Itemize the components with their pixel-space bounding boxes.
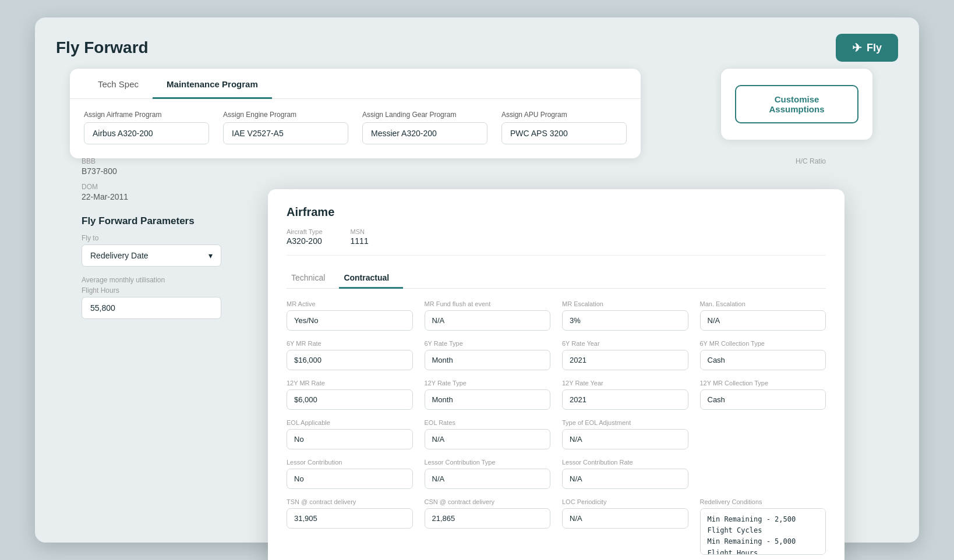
fly-to-dropdown[interactable]: Redelivery Date ▾: [82, 244, 221, 267]
engine-program-group: Assign Engine Program: [223, 111, 348, 144]
tab-technical[interactable]: Technical: [287, 267, 339, 289]
mr-active-input[interactable]: [287, 310, 413, 331]
mr-rate-12y-group: 12Y MR Rate: [287, 380, 413, 410]
mr-fund-flush-group: MR Fund flush at event: [425, 300, 551, 331]
mr-collection-6y-group: 6Y MR Collection Type: [700, 340, 826, 370]
eol-rates-input[interactable]: [425, 429, 551, 449]
customise-assumptions-button[interactable]: Customise Assumptions: [735, 85, 858, 123]
mr-fund-flush-label: MR Fund flush at event: [425, 300, 551, 307]
eol-applicable-group: EOL Applicable: [287, 419, 413, 449]
msn-meta-value: 1111: [351, 236, 369, 246]
lessor-contribution-type-label: Lessor Contribution Type: [425, 459, 551, 466]
apu-program-input[interactable]: [501, 122, 627, 144]
top-panel: Tech Spec Maintenance Program Assign Air…: [70, 69, 641, 158]
rate-type-12y-input[interactable]: [425, 389, 551, 410]
airframe-meta: Aircraft Type A320-200 MSN 1111: [287, 228, 826, 256]
lessor-contribution-type-input[interactable]: [425, 469, 551, 489]
flight-hours-value: 55,800: [90, 303, 115, 313]
lessor-empty: [700, 459, 826, 489]
redelivery-textarea[interactable]: Min Remaining - 2,500 Flight Cycles Min …: [700, 508, 826, 555]
dom-label: DOM: [82, 183, 221, 191]
flight-hours-label: Flight Hours: [82, 286, 221, 295]
msn-label: B737-800: [82, 166, 221, 176]
airframe-modal-title: Airframe: [287, 205, 826, 219]
mr-escalation-input[interactable]: [562, 310, 688, 331]
tab-tech-spec[interactable]: Tech Spec: [84, 69, 153, 99]
fly-button[interactable]: ✈ Fly: [836, 34, 898, 62]
mr-collection-12y-input[interactable]: [700, 389, 826, 410]
mr-fund-flush-input[interactable]: [425, 310, 551, 331]
rate-type-12y-group: 12Y Rate Type: [425, 380, 551, 410]
tsn-group: TSN @ contract delivery: [287, 498, 413, 555]
rate-year-6y-group: 6Y Rate Year: [562, 340, 688, 370]
apu-program-group: Assign APU Program: [501, 111, 627, 144]
utilisation-label: Average monthly utilisation: [82, 276, 221, 284]
mr-rate-12y-input[interactable]: [287, 389, 413, 410]
customise-panel: Customise Assumptions: [721, 69, 872, 140]
lessor-contribution-rate-input[interactable]: [562, 469, 688, 489]
aircraft-type-value: A320-200: [287, 236, 323, 246]
contractual-fields: MR Active MR Fund flush at event MR Esca…: [287, 300, 826, 555]
mr-active-group: MR Active: [287, 300, 413, 331]
loc-input[interactable]: [562, 508, 688, 529]
bg-content: BBB B737-800 DOM 22-Mar-2011 Fly Forward…: [82, 157, 221, 324]
mr-rate-6y-input[interactable]: [287, 350, 413, 370]
eol-adjustment-label: Type of EOL Adjustment: [562, 419, 688, 426]
airframe-program-label: Assign Airframe Program: [84, 111, 209, 119]
mr-collection-6y-input[interactable]: [700, 350, 826, 370]
maintenance-form: Assign Airframe Program Assign Engine Pr…: [70, 99, 641, 144]
rate-year-6y-input[interactable]: [562, 350, 688, 370]
man-escalation-label: Man. Escalation: [700, 300, 826, 307]
airframe-program-input[interactable]: [84, 122, 209, 144]
mr-collection-12y-label: 12Y MR Collection Type: [700, 380, 826, 387]
airframe-modal: Airframe Aircraft Type A320-200 MSN 1111…: [268, 189, 845, 560]
eol-empty: [700, 419, 826, 449]
fly-to-label: Fly to: [82, 234, 221, 242]
tsn-input[interactable]: [287, 508, 413, 529]
plane-icon: ✈: [852, 41, 862, 55]
tab-contractual[interactable]: Contractual: [339, 267, 403, 289]
eol-adjustment-input[interactable]: [562, 429, 688, 449]
rate-year-12y-input[interactable]: [562, 389, 688, 410]
main-tabs: Tech Spec Maintenance Program: [70, 69, 641, 99]
loc-label: LOC Periodicity: [562, 498, 688, 505]
eol-applicable-label: EOL Applicable: [287, 419, 413, 426]
landing-gear-program-input[interactable]: [362, 122, 487, 144]
params-title: Fly Forward Parameters: [82, 215, 221, 227]
rate-type-6y-label: 6Y Rate Type: [425, 340, 551, 347]
lessor-contribution-label: Lessor Contribution: [287, 459, 413, 466]
aircraft-type-label: Aircraft Type: [287, 228, 323, 235]
dom-value: 22-Mar-2011: [82, 192, 221, 201]
man-escalation-group: Man. Escalation: [700, 300, 826, 331]
rate-type-6y-input[interactable]: [425, 350, 551, 370]
lessor-contribution-input[interactable]: [287, 469, 413, 489]
redelivery-label: Redelivery Conditions: [700, 498, 826, 505]
fly-to-value: Redelivery Date: [90, 251, 149, 260]
msn-group: MSN 1111: [351, 228, 369, 246]
apu-program-label: Assign APU Program: [501, 111, 627, 119]
landing-gear-program-group: Assign Landing Gear Program: [362, 111, 487, 144]
tsn-label: TSN @ contract delivery: [287, 498, 413, 505]
mr-escalation-group: MR Escalation: [562, 300, 688, 331]
csn-input[interactable]: [425, 508, 551, 529]
landing-gear-program-label: Assign Landing Gear Program: [362, 111, 487, 119]
mr-rate-6y-label: 6Y MR Rate: [287, 340, 413, 347]
eol-applicable-input[interactable]: [287, 429, 413, 449]
redelivery-group: Redelivery Conditions Min Remaining - 2,…: [700, 498, 826, 555]
csn-group: CSN @ contract delivery: [425, 498, 551, 555]
rate-year-12y-group: 12Y Rate Year: [562, 380, 688, 410]
reg-label: BBB: [82, 157, 221, 165]
tab-maintenance-program[interactable]: Maintenance Program: [153, 69, 272, 99]
loc-group: LOC Periodicity: [562, 498, 688, 555]
flight-hours-input[interactable]: 55,800: [82, 297, 221, 319]
mr-collection-6y-label: 6Y MR Collection Type: [700, 340, 826, 347]
chevron-down-icon: ▾: [209, 251, 213, 260]
man-escalation-input[interactable]: [700, 310, 826, 331]
mr-escalation-label: MR Escalation: [562, 300, 688, 307]
mr-active-label: MR Active: [287, 300, 413, 307]
mr-collection-12y-group: 12Y MR Collection Type: [700, 380, 826, 410]
engine-program-input[interactable]: [223, 122, 348, 144]
mr-rate-6y-group: 6Y MR Rate: [287, 340, 413, 370]
engine-program-label: Assign Engine Program: [223, 111, 348, 119]
rate-year-12y-label: 12Y Rate Year: [562, 380, 688, 387]
